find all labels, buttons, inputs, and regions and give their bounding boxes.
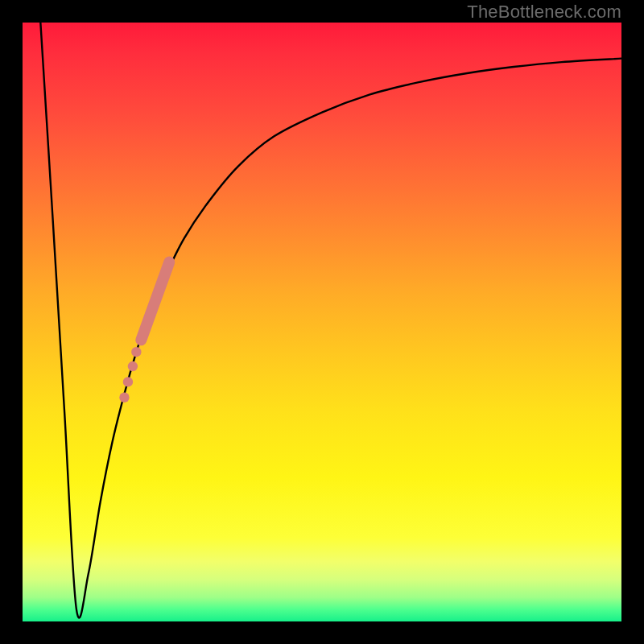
overlay-dot [119,393,129,402]
overlay-dot [128,361,138,371]
plot-area [23,23,621,621]
overlay-dot [131,347,141,357]
chart-frame: TheBottleneck.com [0,0,644,644]
overlay-dot [123,377,133,386]
overlay-highlight-band [141,262,169,341]
watermark-text: TheBottleneck.com [467,2,621,23]
bottleneck-curve [40,23,621,618]
chart-svg [23,23,621,621]
